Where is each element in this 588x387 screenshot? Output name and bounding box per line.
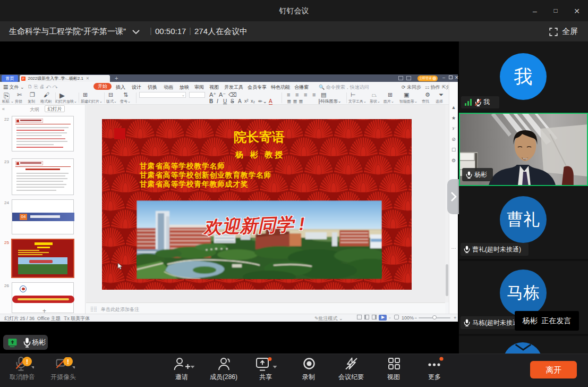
svg-text:!: ! bbox=[26, 358, 28, 366]
svg-text:欢迎新同学 !: 欢迎新同学 ! bbox=[202, 214, 305, 238]
svg-text:!: ! bbox=[67, 358, 69, 366]
